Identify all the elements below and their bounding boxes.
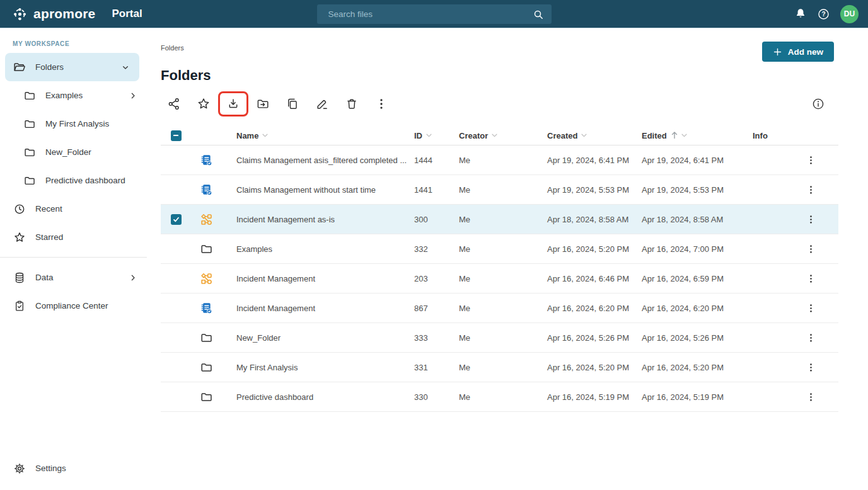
table-row[interactable]: Incident Management 203 Me Apr 16, 2024,… (161, 264, 838, 293)
column-header-id[interactable]: ID (414, 131, 459, 140)
row-more-button[interactable] (804, 213, 818, 226)
clipboard-check-icon (13, 300, 26, 312)
copy-button[interactable] (286, 97, 299, 111)
item-created: Apr 16, 2024, 5:20 PM (547, 363, 642, 372)
sidebar-item-my-first-analysis[interactable]: My First Analysis (0, 110, 147, 138)
kebab-icon (806, 155, 816, 166)
row-more-button[interactable] (804, 183, 818, 197)
item-edited: Apr 19, 2024, 6:41 PM (642, 156, 753, 165)
row-more-button[interactable] (804, 361, 818, 374)
item-name: Incident Management (221, 304, 414, 313)
move-to-folder-icon (256, 97, 270, 111)
delete-button[interactable] (345, 97, 359, 111)
page-title: Folders (161, 67, 838, 84)
row-more-button[interactable] (804, 154, 818, 167)
sidebar-item-data[interactable]: Data (0, 263, 147, 292)
star-button[interactable] (197, 97, 211, 111)
folder-open-icon (13, 60, 26, 74)
sidebar-item-settings[interactable]: Settings (0, 454, 147, 482)
brand: apromore Portal (0, 6, 142, 22)
item-edited: Apr 19, 2024, 5:53 PM (642, 185, 753, 195)
add-new-label: Add new (788, 47, 823, 57)
more-button[interactable] (374, 97, 388, 111)
sidebar-item-label: My First Analysis (45, 119, 109, 128)
folder-icon (200, 242, 213, 256)
column-header-creator[interactable]: Creator (459, 131, 547, 140)
item-name: Predictive dashboard (221, 392, 414, 402)
sidebar-item-new-folder[interactable]: New_Folder (0, 138, 147, 166)
column-header-info: Info (753, 131, 838, 140)
item-edited: Apr 16, 2024, 6:20 PM (642, 304, 753, 313)
sidebar-item-folders[interactable]: Folders (5, 53, 139, 81)
select-all-checkbox[interactable] (171, 130, 182, 141)
log-icon (199, 301, 214, 316)
item-creator: Me (459, 392, 547, 402)
row-more-button[interactable] (804, 272, 818, 285)
table-row[interactable]: Claims Management asis_filtered complete… (161, 145, 838, 175)
sidebar-item-recent[interactable]: Recent (0, 195, 147, 223)
kebab-icon (806, 362, 816, 373)
item-created: Apr 19, 2024, 5:53 PM (547, 185, 642, 195)
star-icon (13, 231, 26, 244)
item-created: Apr 19, 2024, 6:41 PM (547, 156, 642, 165)
item-name: Incident Management (221, 274, 414, 283)
download-button[interactable] (226, 97, 240, 111)
search-bar[interactable] (317, 4, 552, 24)
table-row[interactable]: My First Analysis 331 Me Apr 16, 2024, 5… (161, 353, 838, 382)
avatar[interactable]: DU (840, 5, 859, 23)
sidebar-item-compliance-center[interactable]: Compliance Center (0, 292, 147, 320)
item-id: 300 (414, 215, 459, 224)
svg-text:?: ? (821, 11, 825, 18)
download-icon (226, 97, 240, 111)
share-button[interactable] (167, 97, 181, 111)
notifications-button[interactable] (794, 8, 807, 20)
search-icon[interactable] (532, 8, 545, 21)
item-edited: Apr 18, 2024, 8:58 AM (642, 215, 753, 224)
bpmn-model-icon (199, 271, 214, 286)
row-more-button[interactable] (804, 331, 818, 345)
info-button[interactable] (811, 97, 825, 111)
search-input[interactable] (317, 9, 532, 19)
sort-chevron-icon (681, 134, 687, 137)
item-name: Incident Management as-is (221, 215, 414, 224)
table-row[interactable]: Incident Management as-is 300 Me Apr 18,… (161, 205, 838, 234)
column-header-edited[interactable]: Edited (642, 131, 753, 140)
sidebar-item-examples[interactable]: Examples (0, 81, 147, 110)
item-creator: Me (459, 215, 547, 224)
sort-chevron-icon (492, 134, 497, 137)
table-body: Claims Management asis_filtered complete… (161, 145, 838, 412)
sidebar-item-label: Data (35, 273, 54, 282)
table-row[interactable]: Predictive dashboard 330 Me Apr 16, 2024… (161, 382, 838, 412)
bpmn-model-icon (199, 212, 214, 227)
folder-icon (23, 118, 36, 130)
sidebar-item-starred[interactable]: Starred (0, 223, 147, 251)
sidebar-item-label: Compliance Center (35, 301, 108, 311)
move-to-folder-button[interactable] (256, 97, 270, 111)
star-icon (197, 97, 211, 111)
table-row[interactable]: Examples 332 Me Apr 16, 2024, 5:20 PM Ap… (161, 234, 838, 264)
table-header: Name ID Creator (161, 126, 838, 145)
column-header-created[interactable]: Created (547, 131, 642, 140)
item-creator: Me (459, 274, 547, 283)
table-row[interactable]: Claims Management without start time 144… (161, 175, 838, 205)
sort-ascending-icon (671, 132, 678, 139)
row-more-button[interactable] (804, 242, 818, 256)
edit-button[interactable] (315, 97, 329, 111)
table-row[interactable]: Incident Management 867 Me Apr 16, 2024,… (161, 293, 838, 323)
help-button[interactable]: ? (817, 8, 830, 21)
row-more-button[interactable] (804, 390, 818, 404)
folder-icon (23, 146, 36, 159)
table-row[interactable]: New_Folder 333 Me Apr 16, 2024, 5:26 PM … (161, 323, 838, 353)
sort-chevron-icon (262, 134, 268, 137)
row-more-button[interactable] (804, 302, 818, 315)
kebab-icon (806, 392, 816, 402)
breadcrumb[interactable]: Folders (161, 42, 184, 52)
item-id: 331 (414, 363, 459, 372)
sidebar-item-predictive-dashboard[interactable]: Predictive dashboard (0, 166, 147, 195)
item-edited: Apr 16, 2024, 5:19 PM (642, 392, 753, 402)
row-checkbox[interactable] (171, 214, 182, 225)
add-new-button[interactable]: Add new (762, 42, 834, 62)
log-icon (199, 153, 214, 168)
info-icon (811, 97, 825, 111)
column-header-name[interactable]: Name (221, 131, 414, 140)
